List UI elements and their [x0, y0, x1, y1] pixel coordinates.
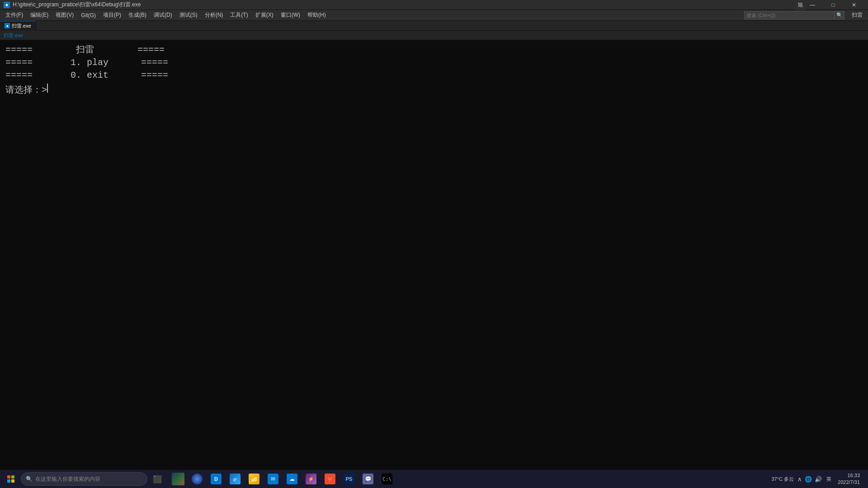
menu-extensions[interactable]: 扩展(X) — [252, 10, 277, 21]
taskbar-app-mail[interactable]: ✉ — [264, 470, 282, 488]
menu-help[interactable]: 帮助(H) — [304, 10, 330, 21]
taskbar-app-chat[interactable]: 💬 — [359, 470, 377, 488]
terminal-output[interactable]: ===== 扫雷 ===== ===== 1. play ===== =====… — [0, 40, 868, 470]
menu-view[interactable]: 视图(V) — [52, 10, 77, 21]
git-icon: ⑂ — [325, 474, 335, 484]
main-area: 扫雷.exe ===== 扫雷 ===== ===== 1. play ====… — [0, 31, 868, 470]
titlebar-left: ■ H:\gitee\c_program_pratice\扫雷\x64\Debu… — [4, 1, 141, 9]
taskbar-clock[interactable]: 16:33 2022/7/31 — [835, 471, 863, 487]
taskbar-app-cmd[interactable]: C:\ — [378, 470, 396, 488]
vs-icon: ⚡ — [306, 474, 316, 484]
dell-icon: D — [211, 474, 222, 484]
search-input[interactable] — [744, 11, 835, 19]
terminal-line-3: ===== 0. exit ===== — [5, 69, 863, 82]
terminal-text-3: ===== 0. exit ===== — [5, 69, 168, 82]
inner-tabbar: 扫雷.exe — [0, 31, 868, 40]
tray-ime[interactable]: 英 — [825, 475, 833, 483]
search-area: 🔍 — [744, 11, 844, 19]
titlebar-controls: — □ ✕ — [802, 0, 864, 10]
titlebar-title: H:\gitee\c_program_pratice\扫雷\x64\Debug\… — [13, 1, 141, 9]
terminal-cursor — [47, 84, 48, 93]
taskbar-taskview[interactable]: ⬛ — [148, 470, 166, 488]
taskbar-search-icon: 🔍 — [26, 476, 33, 482]
tray-expand[interactable]: ∧ — [797, 476, 802, 483]
menubar: 文件(F) 编辑(E) 视图(V) Git(G) 项目(P) 生成(B) 调试(… — [0, 10, 868, 21]
menu-git[interactable]: Git(G) — [77, 10, 99, 21]
tabbar: ■ 扫雷.exe — [0, 21, 868, 31]
taskbar-search[interactable]: 🔍 在这里输入你要搜索的内容 — [21, 472, 147, 486]
taskbar-app-vs[interactable]: ⚡ — [302, 470, 320, 488]
terminal-prompt: 请选择：> — [5, 84, 47, 97]
taskbar-apps: D ℯ 📁 ✉ ☁ ⚡ ⑂ PS 💬 — [169, 470, 396, 488]
taskbar-tray: 37°C 多云 ∧ 🌐 🔊 英 16:33 2022/7/31 — [769, 471, 866, 487]
clock-time: 16:33 — [838, 472, 860, 479]
app-icon: ■ — [4, 2, 10, 8]
menu-window[interactable]: 窗口(W) — [277, 10, 304, 21]
taskbar-app-explorer[interactable]: 📁 — [245, 470, 263, 488]
menu-project[interactable]: 项目(P) — [99, 10, 125, 21]
mail-icon: ✉ — [268, 474, 278, 484]
terminal-icon: PS — [344, 474, 354, 484]
taskbar: 🔍 在这里输入你要搜索的内容 ⬛ D ℯ 📁 ✉ ☁ — [0, 470, 868, 488]
tray-network[interactable]: 🌐 — [805, 476, 812, 483]
tab-label: 扫雷.exe — [12, 23, 31, 29]
inner-tab-active[interactable]: 扫雷.exe — [4, 32, 23, 39]
taskbar-app-terminal[interactable]: PS — [340, 470, 358, 488]
menu-debug[interactable]: 调试(D) — [150, 10, 176, 21]
tab-icon: ■ — [5, 23, 10, 28]
menu-build[interactable]: 生成(B) — [125, 10, 150, 21]
menu-analyze[interactable]: 分析(N) — [201, 10, 227, 21]
tray-weather[interactable]: 37°C 多云 — [769, 475, 796, 483]
tray-icons: ∧ 🌐 🔊 英 — [797, 475, 833, 483]
maximize-button[interactable]: □ — [823, 0, 844, 10]
search-button[interactable]: 🔍 — [835, 11, 844, 19]
scene-icon — [172, 473, 184, 485]
onedrive-icon: ☁ — [287, 474, 297, 484]
edge-icon: ℯ — [230, 474, 241, 484]
taskbar-search-placeholder: 在这里输入你要搜索的内容 — [35, 475, 100, 483]
taskbar-app-dell[interactable]: D — [207, 470, 225, 488]
menu-file[interactable]: 文件(F) — [2, 10, 27, 21]
menu-edit[interactable]: 编辑(E) — [27, 10, 52, 21]
taskbar-app-onedrive[interactable]: ☁ — [283, 470, 301, 488]
terminal-line-1: ===== 扫雷 ===== — [5, 44, 863, 56]
taskbar-app-scene[interactable] — [169, 470, 187, 488]
taskbar-app-cortana[interactable] — [188, 470, 206, 488]
cmd-icon: C:\ — [382, 474, 392, 484]
terminal-text-2: ===== 1. play ===== — [5, 56, 168, 69]
start-icon — [7, 475, 14, 483]
terminal-line-2: ===== 1. play ===== — [5, 56, 863, 69]
menu-test[interactable]: 测试(S) — [176, 10, 201, 21]
start-button[interactable] — [2, 470, 20, 488]
taskbar-app-edge[interactable]: ℯ — [226, 470, 244, 488]
terminal-prompt-line: 请选择：> — [5, 84, 863, 97]
tab-exe[interactable]: ■ 扫雷.exe — [0, 21, 36, 31]
taskbar-app-git[interactable]: ⑂ — [321, 470, 339, 488]
clock-date: 2022/7/31 — [838, 479, 860, 486]
chat-icon: 💬 — [363, 474, 373, 484]
titlebar: ■ H:\gitee\c_program_pratice\扫雷\x64\Debu… — [0, 0, 868, 10]
terminal-text-1: ===== 扫雷 ===== — [5, 44, 165, 56]
taskview-icon: ⬛ — [152, 474, 163, 484]
cortana-icon — [192, 474, 203, 484]
menu-scanmine[interactable]: 扫雷 — [848, 10, 866, 21]
explorer-icon: 📁 — [249, 474, 259, 484]
menu-tools[interactable]: 工具(T) — [226, 10, 251, 21]
tray-speaker[interactable]: 🔊 — [815, 476, 822, 483]
close-button[interactable]: ✕ — [844, 0, 864, 10]
vscode-user-label: 旭 — [795, 0, 806, 10]
